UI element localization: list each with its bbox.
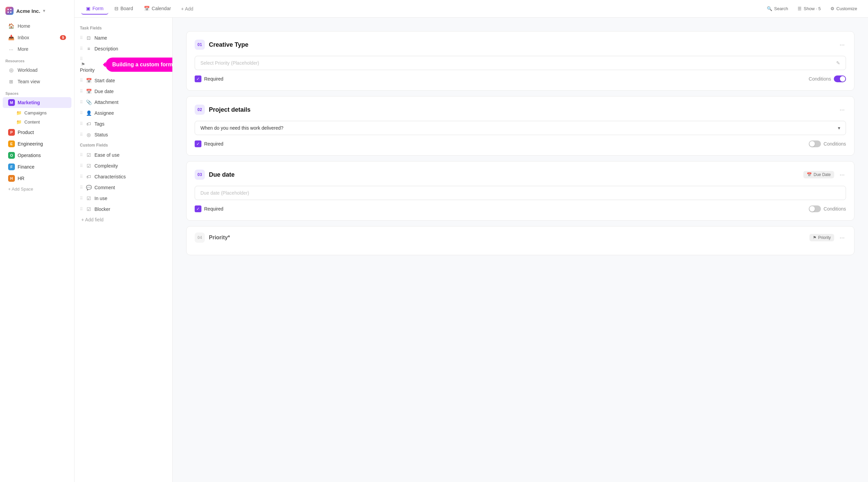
conditions-label: Conditions (824, 141, 846, 147)
fields-panel: Task Fields ⠿ ⊡ Name ⠿ ≡ Description ⠿ ⚑… (74, 18, 173, 482)
search-label: Search (774, 6, 788, 11)
field-in-use[interactable]: ⠿ ☑ In use (74, 193, 172, 204)
card-more-button[interactable]: ··· (838, 233, 846, 243)
field-label: Comment (94, 185, 115, 190)
required-section: ✓ Required (195, 205, 223, 212)
sidebar-space-marketing[interactable]: M Marketing (3, 97, 71, 108)
field-start-date[interactable]: ⠿ 📅 Start date (74, 75, 172, 86)
show-icon: ☰ (798, 6, 802, 11)
field-label: Assignee (94, 110, 114, 116)
card-input-placeholder[interactable]: Select Priority (Placeholder) ✎ (195, 56, 846, 70)
card-footer: ✓ Required Conditions (195, 140, 846, 147)
drag-handle[interactable]: ⠿ (80, 111, 83, 115)
drag-handle[interactable]: ⠿ (80, 163, 83, 168)
drag-handle[interactable]: ⠿ (80, 132, 83, 137)
drag-handle[interactable]: ⠿ (80, 46, 83, 51)
field-blocker[interactable]: ⠿ ☑ Blocker (74, 204, 172, 215)
field-icon-due-date: 📅 (86, 88, 92, 94)
field-ease-of-use[interactable]: ⠿ ☑ Ease of use (74, 150, 172, 160)
drag-handle[interactable]: ⠿ (80, 196, 83, 201)
toggle-knob (809, 141, 815, 147)
tab-calendar[interactable]: 📅 Calendar (139, 3, 176, 15)
top-nav-right: 🔍 Search ☰ Show · 5 ⚙ Customize (763, 4, 861, 14)
field-status[interactable]: ⠿ ◎ Status (74, 129, 172, 140)
drag-handle[interactable]: ⠿ (80, 57, 95, 61)
field-attachment[interactable]: ⠿ 📎 Attachment (74, 97, 172, 108)
drag-handle[interactable]: ⠿ (80, 122, 83, 126)
card-input-placeholder[interactable]: Due date (Placeholder) (195, 186, 846, 200)
conditions-toggle[interactable] (834, 75, 846, 82)
field-comment[interactable]: ⠿ 💬 Comment (74, 182, 172, 193)
field-due-date[interactable]: ⠿ 📅 Due date (74, 86, 172, 97)
sidebar-item-label: Workload (18, 67, 38, 73)
sidebar-sub-content[interactable]: 📁 Content (3, 118, 71, 126)
sidebar-item-team-view[interactable]: ⊞ Team view (3, 76, 71, 87)
drag-handle[interactable]: ⠿ (80, 174, 83, 179)
svg-point-0 (7, 9, 9, 10)
add-field-label: + Add field (81, 217, 104, 222)
sidebar-space-engineering[interactable]: E Engineering (3, 138, 71, 149)
edit-icon[interactable]: ✎ (836, 60, 840, 66)
field-characteristics[interactable]: ⠿ 🏷 Characteristics (74, 171, 172, 182)
card-footer: ✓ Required Conditions (195, 205, 846, 212)
required-label: Required (204, 76, 223, 82)
conditions-section: Conditions (809, 205, 846, 212)
sidebar-item-home[interactable]: 🏠 Home (3, 21, 71, 31)
sidebar-space-hr[interactable]: H HR (3, 173, 71, 184)
field-description[interactable]: ⠿ ≡ Description (74, 43, 172, 54)
tab-label: Calendar (152, 6, 171, 11)
drag-handle[interactable]: ⠿ (80, 153, 83, 157)
drag-handle[interactable]: ⠿ (80, 78, 83, 83)
add-field-button[interactable]: + Add field (74, 215, 172, 225)
sidebar-item-workload[interactable]: ◎ Workload (3, 65, 71, 75)
card-select[interactable]: When do you need this work delivered? ▾ (195, 121, 846, 135)
spaces-section-label: Spaces (0, 87, 74, 97)
field-priority[interactable]: ⠿ ⚑ Priority Building a custom form (74, 54, 100, 75)
field-icon-description: ≡ (86, 46, 92, 52)
conditions-toggle[interactable] (809, 140, 821, 147)
drag-handle[interactable]: ⠿ (80, 100, 83, 105)
search-button[interactable]: 🔍 Search (763, 4, 792, 14)
add-space-button[interactable]: + Add Space (3, 184, 71, 194)
required-checkbox[interactable]: ✓ (195, 205, 201, 212)
field-icon-assignee: 👤 (86, 110, 92, 116)
sidebar-space-finance[interactable]: F Finance (3, 161, 71, 172)
inbox-badge: 9 (60, 35, 66, 40)
sidebar-space-product[interactable]: P Product (3, 127, 71, 138)
conditions-label: Conditions (824, 206, 846, 212)
drag-handle[interactable]: ⠿ (80, 185, 83, 190)
sidebar: Acme Inc. ▾ 🏠 Home 📥 Inbox 9 ··· More Re… (0, 0, 74, 482)
field-label: In use (94, 196, 107, 201)
field-label: Ease of use (94, 152, 120, 158)
field-complexity[interactable]: ⠿ ☑ Complexity (74, 160, 172, 171)
sidebar-sub-campaigns[interactable]: 📁 Campaigns (3, 109, 71, 117)
field-assignee[interactable]: ⠿ 👤 Assignee (74, 108, 172, 118)
add-tab-button[interactable]: + Add (177, 3, 197, 14)
brand[interactable]: Acme Inc. ▾ (0, 4, 74, 20)
drag-handle[interactable]: ⠿ (80, 36, 83, 40)
drag-handle[interactable]: ⠿ (80, 207, 83, 212)
required-checkbox[interactable]: ✓ (195, 140, 201, 147)
sidebar-space-operations[interactable]: O Operations (3, 150, 71, 161)
customize-button[interactable]: ⚙ Customize (826, 4, 861, 14)
sidebar-item-inbox[interactable]: 📥 Inbox 9 (3, 32, 71, 43)
card-more-button[interactable]: ··· (838, 170, 846, 180)
tab-form[interactable]: ▣ Form (81, 3, 108, 15)
main: ▣ Form ⊟ Board 📅 Calendar + Add 🔍 Search… (74, 0, 868, 482)
required-checkbox[interactable]: ✓ (195, 75, 201, 82)
field-tags[interactable]: ⠿ 🏷 Tags (74, 118, 172, 129)
field-name[interactable]: ⠿ ⊡ Name (74, 32, 172, 43)
card-more-button[interactable]: ··· (838, 40, 846, 50)
sidebar-item-more[interactable]: ··· More (3, 44, 71, 54)
card-more-button[interactable]: ··· (838, 105, 846, 115)
sidebar-item-label: More (18, 46, 28, 52)
field-label: Name (94, 35, 107, 41)
toggle-knob (840, 76, 845, 82)
board-tab-icon: ⊟ (114, 6, 118, 11)
required-section: ✓ Required (195, 75, 223, 82)
show-button[interactable]: ☰ Show · 5 (794, 4, 825, 14)
form-card-priority: 04 Priority* ⚑ Priority ··· (186, 226, 854, 255)
tab-board[interactable]: ⊟ Board (110, 3, 138, 15)
conditions-toggle[interactable] (809, 205, 821, 212)
drag-handle[interactable]: ⠿ (80, 89, 83, 94)
